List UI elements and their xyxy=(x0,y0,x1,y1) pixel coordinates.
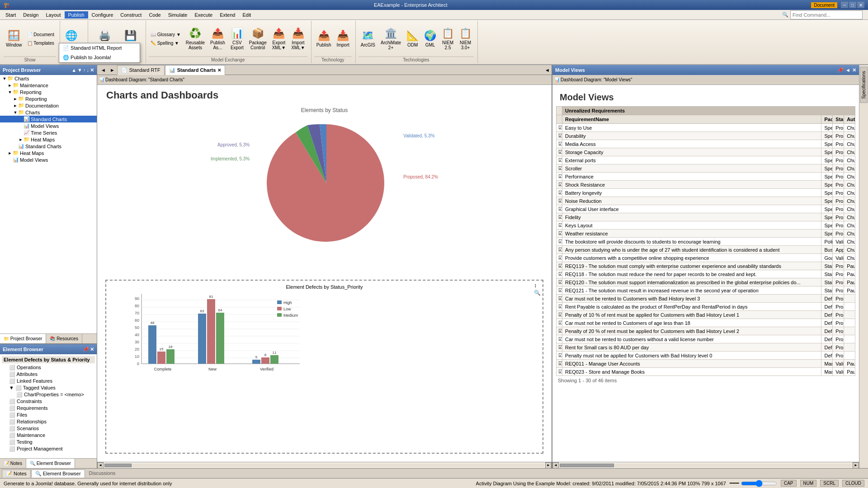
menu-simulate[interactable]: Simulate xyxy=(165,11,191,19)
right-h-scroll-left[interactable]: ◄ xyxy=(552,462,559,469)
ribbon-btn-import-xml[interactable]: 📥 ImportXML▼ xyxy=(289,25,307,52)
table-row[interactable]: ☑Storage CapacitySpecificationsProposedC… xyxy=(557,148,855,156)
maximize-button[interactable]: □ xyxy=(849,2,856,8)
table-row[interactable]: ☑Penalty of 20 % of rent must be applied… xyxy=(557,327,855,335)
eb-item-maintenance[interactable]: ⬜ Maintenance xyxy=(2,432,95,439)
ribbon-btn-spelling[interactable]: ✏️ Spelling ▼ xyxy=(149,39,183,47)
tree-item-standard-charts2[interactable]: 📊 Standard Charts xyxy=(0,143,97,150)
h-scroll-left[interactable]: ◄ xyxy=(97,462,104,469)
close-browser-icon[interactable]: ✕ xyxy=(90,67,94,73)
table-row[interactable]: ☑Battery longevitySpecificationsProposed… xyxy=(557,189,855,197)
doc-tab-rtf[interactable]: 📄 Standard RTF xyxy=(117,65,165,75)
table-row[interactable]: ☑Any person studying who is under the ag… xyxy=(557,246,855,254)
ribbon-btn-import[interactable]: 📥 Import xyxy=(334,25,351,52)
minimize-button[interactable]: ─ xyxy=(841,2,848,8)
ribbon-btn-niem25[interactable]: 📋 NIEM2.5 xyxy=(439,25,456,52)
table-row[interactable]: ☑Penalty of 10 % of rent must be applied… xyxy=(557,311,855,319)
find-command-input[interactable] xyxy=(790,10,863,19)
table-row[interactable]: ☑External portsSpecificationsProposedChu… xyxy=(557,156,855,164)
right-panel-collapse-icon[interactable]: ◄ xyxy=(845,67,850,73)
table-row[interactable]: ☑Rent Payable is calculated as the produ… xyxy=(557,303,855,311)
eb-item-testing[interactable]: ⬜ Testing xyxy=(2,439,95,446)
table-row[interactable]: ☑REQ119 - The solution must comply with … xyxy=(557,262,855,270)
table-row[interactable]: ☑Media AccessSpecificationsProposedChuck… xyxy=(557,140,855,148)
menu-extend[interactable]: Extend xyxy=(216,11,239,19)
table-row[interactable]: ☑Penalty must not be applied for Custome… xyxy=(557,352,855,360)
h-scroll-thumb[interactable] xyxy=(104,464,132,467)
tree-item-charts[interactable]: ▼ 📁 Charts xyxy=(0,75,97,82)
menu-design[interactable]: Design xyxy=(19,11,42,19)
table-row[interactable]: ☑Graphical User interfaceSpecificationsP… xyxy=(557,205,855,213)
ribbon-btn-reusable[interactable]: ♻️ ReusableAssets xyxy=(184,25,207,52)
eb-item-scenarios[interactable]: ⬜ Scenarios xyxy=(2,425,95,432)
menu-construct[interactable]: Construct xyxy=(117,11,145,19)
ribbon-btn-arcgis[interactable]: 🗺️ ArcGIS xyxy=(359,25,377,52)
close-button[interactable]: ✕ xyxy=(857,2,864,8)
table-row[interactable]: ☑DurabilitySpecificationsProposedChuck W… xyxy=(557,132,855,140)
eb-item-linked[interactable]: ⬜ Linked Features xyxy=(2,378,95,385)
menu-layout[interactable]: Layout xyxy=(42,11,64,19)
ribbon-btn-publish-as[interactable]: 📤 PublishAs... xyxy=(208,25,227,52)
zoom-icon[interactable]: 🔍 xyxy=(534,290,541,296)
ribbon-btn-gml[interactable]: 🌍 GML xyxy=(422,25,439,52)
ribbon-btn-archimate[interactable]: 🏛️ ArchiMate2+ xyxy=(378,25,403,52)
h-scroll-right[interactable]: ► xyxy=(545,462,552,469)
tab-collapse-btn[interactable]: ◄ xyxy=(543,67,552,73)
table-row[interactable]: ☑REQ011 - Manage User AccountsManage Use… xyxy=(557,360,855,368)
eb-item-operations[interactable]: ⬜ Operations xyxy=(2,364,95,371)
tree-item-reporting2[interactable]: ► 📁 Reporting xyxy=(0,95,97,102)
menu-edit[interactable]: Edit xyxy=(239,11,255,19)
table-row[interactable]: ☑Noise ReductionSpecificationsProposedCh… xyxy=(557,197,855,205)
eb-item-requirements[interactable]: ⬜ Requirements xyxy=(2,405,95,412)
expand-down-icon[interactable]: ▼ xyxy=(77,67,82,73)
menu-configure[interactable]: Configure xyxy=(88,11,117,19)
eb-item-attributes[interactable]: ⬜ Attributes xyxy=(2,371,95,378)
tree-item-reporting[interactable]: ▼ 📁 Reporting xyxy=(0,89,97,95)
down-icon[interactable]: ↓ xyxy=(87,67,90,73)
charts-tab-close[interactable]: ✕ xyxy=(217,68,221,73)
ribbon-btn-document[interactable]: 📄 Document xyxy=(25,30,56,38)
tab-resources[interactable]: 📚 Resources xyxy=(46,334,82,343)
ribbon-btn-niem30[interactable]: 📋 NIEM3.0+ xyxy=(457,25,474,52)
tree-item-time-series[interactable]: 📈 Time Series xyxy=(0,129,97,136)
bottom-tab-notes[interactable]: 📝 Notes xyxy=(2,469,31,478)
eb-pin-icon[interactable]: 📌 xyxy=(83,347,89,352)
right-h-scroll-right[interactable]: ► xyxy=(853,462,859,469)
menu-code[interactable]: Code xyxy=(145,11,164,19)
tab-nav-next[interactable]: ► xyxy=(108,67,117,73)
tab-project-browser[interactable]: 📁 Project Browser xyxy=(0,334,46,343)
tree-item-heat-maps2[interactable]: ► 📁 Heat Maps xyxy=(0,150,97,156)
ribbon-btn-package-control[interactable]: 📦 PackageControl xyxy=(247,25,269,52)
tab-element-browser[interactable]: 🔍 Element Browser xyxy=(26,459,75,468)
eb-close-icon[interactable]: ✕ xyxy=(90,347,94,352)
eb-item-files[interactable]: ⬜ Files xyxy=(2,412,95,418)
dropdown-joomla[interactable]: 🌐 Publish to Joomla! xyxy=(59,53,140,62)
up-icon[interactable]: ↑ xyxy=(83,67,86,73)
table-row[interactable]: ☑REQ120 - The solution must support inte… xyxy=(557,278,855,286)
ribbon-btn-templates[interactable]: 📋 Templates xyxy=(25,39,56,47)
ribbon-btn-publish-tech[interactable]: 📤 Publish xyxy=(314,25,334,52)
ribbon-btn-export-xml[interactable]: 📤 ExportXML▼ xyxy=(270,25,288,52)
table-row[interactable]: ☑The bookstore will provide discounts to… xyxy=(557,238,855,246)
table-row[interactable]: ☑Easy to UseSpecificationsProposedChuck … xyxy=(557,124,855,132)
eb-item-relationships[interactable]: ⬜ Relationships xyxy=(2,418,95,425)
eb-item-tagged[interactable]: ▼ ⬜ Tagged Values xyxy=(2,385,95,391)
tree-item-model-views[interactable]: 📊 Model Views xyxy=(0,122,97,129)
table-row[interactable]: ☑Car must not be rented to customers wit… xyxy=(557,335,855,343)
eb-item-constraints[interactable]: ⬜ Constraints xyxy=(2,398,95,405)
tab-notes[interactable]: 📝 Notes xyxy=(0,459,26,468)
tree-item-heat-maps[interactable]: ► 📁 Heat Maps xyxy=(0,136,97,143)
table-row[interactable]: ☑Provide customers with a competitive on… xyxy=(557,254,855,262)
tree-item-charts2[interactable]: ▼ 📁 Charts xyxy=(0,109,97,116)
tree-item-documentation[interactable]: ► 📁 Documentation xyxy=(0,102,97,109)
tab-nav-prev[interactable]: ◄ xyxy=(99,67,108,73)
table-row[interactable]: ☑PerformanceSpecificationsProposedChuck … xyxy=(557,173,855,181)
tree-item-standard-charts[interactable]: 📊 Standard Charts xyxy=(0,116,97,122)
right-h-scroll-thumb[interactable] xyxy=(560,464,614,467)
menu-execute[interactable]: Execute xyxy=(191,11,216,19)
ribbon-btn-csv[interactable]: 📊 CSVExport xyxy=(228,25,246,52)
collapse-up-icon[interactable]: ▲ xyxy=(71,67,76,73)
dropdown-standard-html[interactable]: 📄 Standard HTML Report xyxy=(59,43,140,53)
scroll-up-icon[interactable]: ↕ xyxy=(534,282,541,289)
tree-item-model-views2[interactable]: 📊 Model Views xyxy=(0,156,97,163)
